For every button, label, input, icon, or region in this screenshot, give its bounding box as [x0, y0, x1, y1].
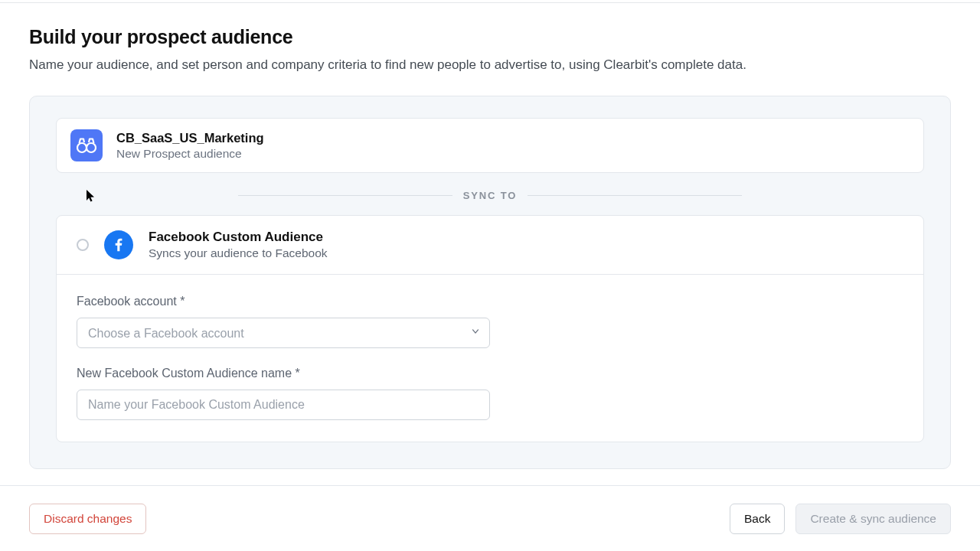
footer-bar: Discard changes Back Create & sync audie… [0, 485, 980, 551]
config-panel: CB_SaaS_US_Marketing New Prospect audien… [29, 96, 951, 469]
facebook-account-field-group: Facebook account * Choose a Facebook acc… [77, 295, 903, 348]
page-title: Build your prospect audience [29, 26, 951, 48]
facebook-name-label: New Facebook Custom Audience name * [77, 367, 903, 380]
sync-to-label: SYNC TO [463, 190, 517, 201]
back-button[interactable]: Back [730, 504, 785, 534]
discard-button[interactable]: Discard changes [29, 504, 146, 534]
facebook-account-label: Facebook account * [77, 295, 903, 308]
divider-line-left [238, 195, 452, 196]
svg-point-0 [77, 143, 87, 152]
sync-divider: SYNC TO [56, 190, 924, 201]
facebook-name-field-group: New Facebook Custom Audience name * [77, 367, 903, 420]
facebook-account-select[interactable]: Choose a Facebook account [77, 318, 490, 348]
audience-name: CB_SaaS_US_Marketing [116, 131, 264, 145]
divider-line-right [528, 195, 742, 196]
audience-type-label: New Prospect audience [116, 147, 264, 161]
create-sync-button[interactable]: Create & sync audience [795, 504, 951, 534]
facebook-destination-header[interactable]: Facebook Custom Audience Syncs your audi… [57, 216, 923, 275]
svg-point-1 [87, 143, 96, 152]
facebook-icon [104, 230, 133, 259]
facebook-destination-box: Facebook Custom Audience Syncs your audi… [56, 215, 924, 442]
page-subtitle: Name your audience, and set person and c… [29, 57, 951, 73]
binoculars-icon [70, 129, 103, 161]
facebook-radio[interactable] [77, 239, 89, 251]
facebook-title: Facebook Custom Audience [149, 230, 328, 245]
audience-card: CB_SaaS_US_Marketing New Prospect audien… [56, 118, 924, 173]
facebook-subtitle: Syncs your audience to Facebook [149, 246, 328, 260]
top-divider [0, 0, 980, 3]
facebook-audience-name-input[interactable] [77, 390, 490, 420]
